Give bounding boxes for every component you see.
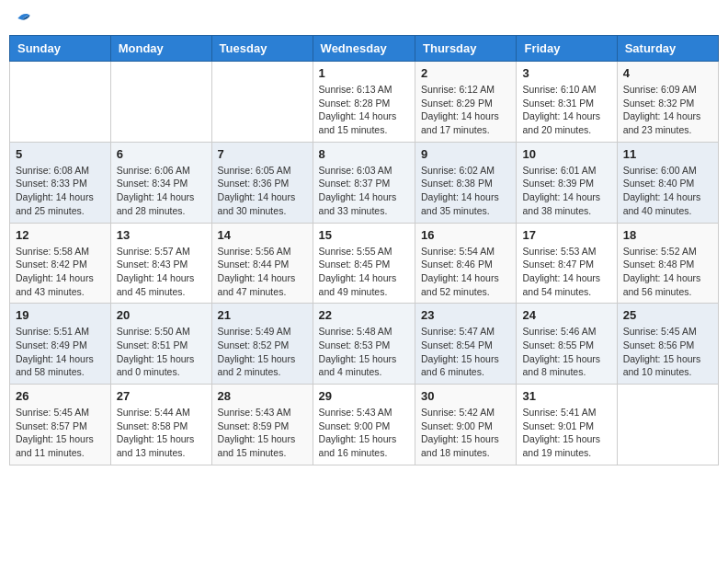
day-number: 7: [218, 147, 307, 161]
day-info: Sunrise: 6:01 AM Sunset: 8:39 PM Dayligh…: [522, 164, 610, 218]
day-info: Sunrise: 6:13 AM Sunset: 8:28 PM Dayligh…: [319, 83, 409, 137]
day-info: Sunrise: 5:43 AM Sunset: 8:59 PM Dayligh…: [218, 406, 307, 460]
calendar-cell: 14Sunrise: 5:56 AM Sunset: 8:44 PM Dayli…: [211, 223, 313, 304]
calendar-cell: 11Sunrise: 6:00 AM Sunset: 8:40 PM Dayli…: [617, 142, 718, 223]
day-number: 21: [218, 308, 307, 322]
day-info: Sunrise: 5:44 AM Sunset: 8:58 PM Dayligh…: [117, 406, 206, 460]
weekday-header-thursday: Thursday: [415, 36, 517, 62]
day-info: Sunrise: 5:45 AM Sunset: 8:56 PM Dayligh…: [623, 325, 712, 379]
calendar-table: SundayMondayTuesdayWednesdayThursdayFrid…: [9, 35, 719, 465]
calendar-cell: 21Sunrise: 5:49 AM Sunset: 8:52 PM Dayli…: [211, 304, 313, 385]
page-header: [9, 9, 719, 28]
calendar-cell: 23Sunrise: 5:47 AM Sunset: 8:54 PM Dayli…: [415, 304, 517, 385]
day-info: Sunrise: 6:02 AM Sunset: 8:38 PM Dayligh…: [421, 164, 510, 218]
day-info: Sunrise: 6:00 AM Sunset: 8:40 PM Dayligh…: [623, 164, 712, 218]
calendar-cell: 6Sunrise: 6:06 AM Sunset: 8:34 PM Daylig…: [110, 142, 211, 223]
calendar-week-row: 1Sunrise: 6:13 AM Sunset: 8:28 PM Daylig…: [10, 62, 719, 143]
day-number: 14: [218, 228, 307, 242]
calendar-cell: 16Sunrise: 5:54 AM Sunset: 8:46 PM Dayli…: [415, 223, 517, 304]
day-info: Sunrise: 6:08 AM Sunset: 8:33 PM Dayligh…: [16, 164, 105, 218]
calendar-cell: 17Sunrise: 5:53 AM Sunset: 8:47 PM Dayli…: [517, 223, 617, 304]
day-number: 18: [623, 228, 712, 242]
day-number: 5: [16, 147, 105, 161]
calendar-week-row: 12Sunrise: 5:58 AM Sunset: 8:42 PM Dayli…: [10, 223, 719, 304]
day-info: Sunrise: 5:49 AM Sunset: 8:52 PM Dayligh…: [218, 325, 307, 379]
calendar-cell: 31Sunrise: 5:41 AM Sunset: 9:01 PM Dayli…: [517, 385, 617, 465]
calendar-cell: [110, 62, 211, 143]
weekday-header-friday: Friday: [517, 36, 617, 62]
calendar-cell: 3Sunrise: 6:10 AM Sunset: 8:31 PM Daylig…: [517, 62, 617, 143]
day-number: 16: [421, 228, 510, 242]
calendar-cell: 5Sunrise: 6:08 AM Sunset: 8:33 PM Daylig…: [10, 142, 111, 223]
day-number: 13: [117, 228, 206, 242]
calendar-cell: 12Sunrise: 5:58 AM Sunset: 8:42 PM Dayli…: [10, 223, 111, 304]
day-number: 1: [319, 66, 409, 80]
day-number: 20: [117, 308, 206, 322]
weekday-header-tuesday: Tuesday: [211, 36, 313, 62]
day-info: Sunrise: 6:09 AM Sunset: 8:32 PM Dayligh…: [623, 83, 712, 137]
day-info: Sunrise: 6:12 AM Sunset: 8:29 PM Dayligh…: [421, 83, 510, 137]
weekday-header-monday: Monday: [110, 36, 211, 62]
day-number: 8: [319, 147, 409, 161]
day-info: Sunrise: 5:55 AM Sunset: 8:45 PM Dayligh…: [319, 245, 409, 299]
day-number: 2: [421, 66, 510, 80]
day-info: Sunrise: 5:57 AM Sunset: 8:43 PM Dayligh…: [117, 245, 206, 299]
day-number: 22: [319, 308, 409, 322]
calendar-cell: 28Sunrise: 5:43 AM Sunset: 8:59 PM Dayli…: [211, 385, 313, 465]
day-info: Sunrise: 5:51 AM Sunset: 8:49 PM Dayligh…: [16, 325, 105, 379]
day-info: Sunrise: 5:41 AM Sunset: 9:01 PM Dayligh…: [522, 406, 610, 460]
calendar-cell: 30Sunrise: 5:42 AM Sunset: 9:00 PM Dayli…: [415, 385, 517, 465]
day-info: Sunrise: 5:47 AM Sunset: 8:54 PM Dayligh…: [421, 325, 510, 379]
logo: [13, 9, 33, 28]
day-number: 27: [117, 389, 206, 403]
day-number: 12: [16, 228, 105, 242]
day-number: 26: [16, 389, 105, 403]
calendar-cell: 24Sunrise: 5:46 AM Sunset: 8:55 PM Dayli…: [517, 304, 617, 385]
day-number: 11: [623, 147, 712, 161]
day-info: Sunrise: 5:58 AM Sunset: 8:42 PM Dayligh…: [16, 245, 105, 299]
day-number: 19: [16, 308, 105, 322]
day-info: Sunrise: 5:56 AM Sunset: 8:44 PM Dayligh…: [218, 245, 307, 299]
calendar-cell: 29Sunrise: 5:43 AM Sunset: 9:00 PM Dayli…: [313, 385, 415, 465]
calendar-cell: [211, 62, 313, 143]
day-number: 23: [421, 308, 510, 322]
calendar-cell: 1Sunrise: 6:13 AM Sunset: 8:28 PM Daylig…: [313, 62, 415, 143]
calendar-cell: 9Sunrise: 6:02 AM Sunset: 8:38 PM Daylig…: [415, 142, 517, 223]
calendar-cell: 15Sunrise: 5:55 AM Sunset: 8:45 PM Dayli…: [313, 223, 415, 304]
day-number: 10: [522, 147, 610, 161]
calendar-cell: 18Sunrise: 5:52 AM Sunset: 8:48 PM Dayli…: [617, 223, 718, 304]
day-number: 6: [117, 147, 206, 161]
day-info: Sunrise: 6:06 AM Sunset: 8:34 PM Dayligh…: [117, 164, 206, 218]
calendar-cell: 2Sunrise: 6:12 AM Sunset: 8:29 PM Daylig…: [415, 62, 517, 143]
day-info: Sunrise: 6:05 AM Sunset: 8:36 PM Dayligh…: [218, 164, 307, 218]
day-info: Sunrise: 5:53 AM Sunset: 8:47 PM Dayligh…: [522, 245, 610, 299]
day-number: 30: [421, 389, 510, 403]
calendar-cell: 13Sunrise: 5:57 AM Sunset: 8:43 PM Dayli…: [110, 223, 211, 304]
day-number: 3: [522, 66, 610, 80]
day-number: 24: [522, 308, 610, 322]
calendar-cell: 19Sunrise: 5:51 AM Sunset: 8:49 PM Dayli…: [10, 304, 111, 385]
day-number: 28: [218, 389, 307, 403]
logo-bird-icon: [15, 9, 33, 28]
calendar-week-row: 19Sunrise: 5:51 AM Sunset: 8:49 PM Dayli…: [10, 304, 719, 385]
day-info: Sunrise: 5:48 AM Sunset: 8:53 PM Dayligh…: [319, 325, 409, 379]
day-info: Sunrise: 6:03 AM Sunset: 8:37 PM Dayligh…: [319, 164, 409, 218]
calendar-cell: 25Sunrise: 5:45 AM Sunset: 8:56 PM Dayli…: [617, 304, 718, 385]
day-info: Sunrise: 5:54 AM Sunset: 8:46 PM Dayligh…: [421, 245, 510, 299]
calendar-cell: [10, 62, 111, 143]
day-number: 17: [522, 228, 610, 242]
calendar-week-row: 26Sunrise: 5:45 AM Sunset: 8:57 PM Dayli…: [10, 385, 719, 465]
day-info: Sunrise: 5:45 AM Sunset: 8:57 PM Dayligh…: [16, 406, 105, 460]
day-info: Sunrise: 6:10 AM Sunset: 8:31 PM Dayligh…: [522, 83, 610, 137]
weekday-header-saturday: Saturday: [617, 36, 718, 62]
calendar-cell: 7Sunrise: 6:05 AM Sunset: 8:36 PM Daylig…: [211, 142, 313, 223]
day-info: Sunrise: 5:50 AM Sunset: 8:51 PM Dayligh…: [117, 325, 206, 379]
day-info: Sunrise: 5:43 AM Sunset: 9:00 PM Dayligh…: [319, 406, 409, 460]
day-info: Sunrise: 5:46 AM Sunset: 8:55 PM Dayligh…: [522, 325, 610, 379]
day-number: 9: [421, 147, 510, 161]
calendar-cell: 4Sunrise: 6:09 AM Sunset: 8:32 PM Daylig…: [617, 62, 718, 143]
day-info: Sunrise: 5:52 AM Sunset: 8:48 PM Dayligh…: [623, 245, 712, 299]
calendar-cell: 8Sunrise: 6:03 AM Sunset: 8:37 PM Daylig…: [313, 142, 415, 223]
day-number: 4: [623, 66, 712, 80]
calendar-cell: 26Sunrise: 5:45 AM Sunset: 8:57 PM Dayli…: [10, 385, 111, 465]
